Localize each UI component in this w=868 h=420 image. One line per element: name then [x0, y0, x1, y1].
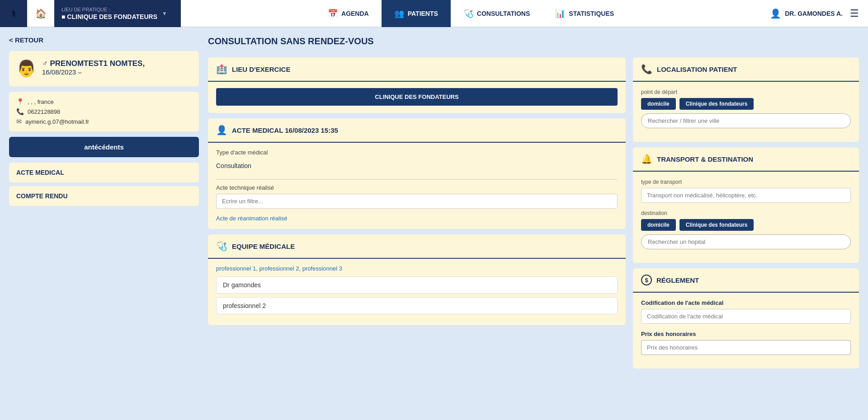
patient-name: ♂ PRENOMTEST1 NOMTES, — [42, 59, 145, 68]
main-nav: 📅 AGENDA 👥 PATIENTS 🩺 CONSULTATIONS 📊 ST… — [181, 0, 761, 27]
depart-tag-domicile[interactable]: domicile — [641, 98, 676, 110]
depart-group: point de départ domicile Clinique des fo… — [641, 88, 851, 128]
header-right: 👤 DR. GAMONDES A. ☰ — [761, 8, 868, 19]
depart-tag-clinique[interactable]: Clinique des fondateurs — [679, 98, 754, 110]
transport-type-input[interactable] — [641, 188, 851, 203]
codification-group: Codification de l'acte médical — [641, 299, 851, 324]
practice-selector[interactable]: LIEU DE PRATIQUE : ■ CLINIQUE DES FONDAT… — [54, 0, 181, 27]
transport-header: 🔔 TRANSPORT & DESTINATION — [633, 147, 859, 172]
main-layout: < RETOUR 👨 ♂ PRENOMTEST1 NOMTES, 16/08/2… — [0, 27, 868, 420]
sidebar-acte-medical[interactable]: ACTE MEDICAL — [9, 163, 199, 182]
nav-patients[interactable]: 👥 PATIENTS — [382, 0, 451, 27]
sidebar-compte-rendu[interactable]: COMPTE RENDU — [9, 186, 199, 206]
sidebar: < RETOUR 👨 ♂ PRENOMTEST1 NOMTES, 16/08/2… — [9, 36, 199, 411]
back-button[interactable]: < RETOUR — [9, 36, 199, 44]
location-icon: 📍 — [16, 98, 24, 105]
nav-agenda[interactable]: 📅 AGENDA — [315, 0, 382, 27]
antecedents-button[interactable]: antécédents — [9, 137, 199, 157]
user-info: 👤 DR. GAMONDES A. — [770, 8, 843, 19]
agenda-icon: 📅 — [328, 9, 338, 19]
honoraires-input[interactable] — [641, 340, 851, 355]
transport-icon: 🔔 — [641, 154, 652, 164]
type-acte-group: Type d'acte médical Consultation — [216, 149, 618, 173]
destination-group: destination domicile Clinique des fondat… — [641, 209, 851, 249]
practice-label: LIEU DE PRATIQUE : — [61, 7, 157, 12]
type-acte-label: Type d'acte médical — [216, 149, 618, 156]
transport-type-label: type de transport — [641, 179, 682, 185]
reglement-panel: $ RÉGLEMENT Codification de l'acte médic… — [633, 268, 859, 369]
content-area: CONSULTATION SANS RENDEZ-VOUS 🏥 LIEU D'E… — [208, 36, 859, 411]
type-acte-value: Consultation — [216, 159, 618, 173]
codification-input[interactable] — [641, 309, 851, 324]
patient-phone: 0622128898 — [28, 108, 60, 115]
localisation-panel: 📞 LOCALISATION PATIENT point de départ d… — [633, 57, 859, 142]
burger-menu-button[interactable]: ☰ — [850, 8, 859, 19]
header: ⚕ 🏠 LIEU DE PRATIQUE : ■ CLINIQUE DES FO… — [0, 0, 868, 27]
equipe-roles[interactable]: professionnel 1, professionnel 2, profes… — [216, 265, 618, 272]
equipe-header: 🩺 EQUIPE MÉDICALE — [208, 234, 626, 259]
acte-medical-title: ACTE MEDICAL 16/08/2023 15:35 — [232, 126, 338, 134]
localisation-header: 📞 LOCALISATION PATIENT — [633, 57, 859, 82]
phone-row: 📞 0622128898 — [16, 108, 192, 115]
hopital-search-input[interactable] — [641, 234, 851, 249]
lieu-exercice-panel: 🏥 LIEU D'EXERCICE CLINIQUE DES FONDATEUR… — [208, 57, 626, 113]
technique-label: Acte technique réalisé — [216, 184, 618, 191]
user-name: DR. GAMONDES A. — [785, 10, 843, 17]
honoraires-group: Prix des honoraires — [641, 330, 851, 355]
reglement-icon: $ — [641, 275, 652, 285]
contact-card: 📍 , , , france 📞 0622128898 ✉ aymeric.g.… — [9, 92, 199, 131]
reanimation-link[interactable]: Acte de réanimation réalisé — [216, 215, 618, 222]
patients-icon: 👥 — [394, 9, 404, 19]
home-button[interactable]: 🏠 — [27, 0, 54, 27]
localisation-search-input[interactable] — [641, 113, 851, 128]
lieu-exercice-icon: 🏥 — [216, 64, 227, 75]
destination-label: destination — [641, 210, 667, 216]
transport-title: TRANSPORT & DESTINATION — [657, 155, 753, 163]
page-title: CONSULTATION SANS RENDEZ-VOUS — [208, 36, 859, 47]
honoraires-label: Prix des honoraires — [641, 331, 696, 337]
nav-agenda-label: AGENDA — [341, 10, 369, 17]
center-column: 🏥 LIEU D'EXERCICE CLINIQUE DES FONDATEUR… — [208, 57, 626, 411]
gender-icon: ♂ — [42, 59, 48, 68]
chevron-down-icon: ▼ — [162, 10, 167, 17]
reglement-title: RÉGLEMENT — [656, 276, 699, 284]
equipe-title: EQUIPE MÉDICALE — [232, 243, 295, 250]
user-avatar-icon: 👤 — [770, 8, 781, 19]
home-icon: 🏠 — [35, 8, 47, 19]
patient-location: , , , france — [28, 98, 54, 105]
technique-group: Acte technique réalisé — [216, 184, 618, 209]
phone-icon: 📞 — [16, 108, 24, 115]
email-icon: ✉ — [16, 118, 22, 125]
logo-icon: ⚕ — [11, 8, 16, 19]
reglement-header: $ RÉGLEMENT — [633, 268, 859, 293]
localisation-title: LOCALISATION PATIENT — [657, 65, 737, 73]
lieu-exercice-title: LIEU D'EXERCICE — [232, 65, 290, 73]
right-column: 📞 LOCALISATION PATIENT point de départ d… — [633, 57, 859, 411]
destination-tags: domicile Clinique des fondateurs — [641, 219, 851, 231]
email-row: ✉ aymeric.g.07@hotmail.fr — [16, 118, 192, 125]
patient-avatar-icon: 👨 — [16, 59, 37, 78]
patient-email: aymeric.g.07@hotmail.fr — [25, 118, 89, 125]
content-body: 🏥 LIEU D'EXERCICE CLINIQUE DES FONDATEUR… — [208, 57, 859, 411]
destination-tag-clinique[interactable]: Clinique des fondateurs — [679, 219, 754, 231]
destination-tag-domicile[interactable]: domicile — [641, 219, 676, 231]
nav-statistiques-label: STATISTIQUES — [569, 10, 614, 17]
transport-panel: 🔔 TRANSPORT & DESTINATION type de transp… — [633, 147, 859, 263]
consultations-icon: 🩺 — [463, 9, 473, 19]
technique-input[interactable] — [216, 194, 618, 209]
patient-card: 👨 ♂ PRENOMTEST1 NOMTES, 16/08/2023 – — [9, 51, 199, 86]
localisation-icon: 📞 — [641, 64, 652, 75]
lieu-exercice-header: 🏥 LIEU D'EXERCICE — [208, 57, 626, 82]
equipe-panel: 🩺 EQUIPE MÉDICALE professionnel 1, profe… — [208, 234, 626, 325]
back-label: < RETOUR — [9, 36, 43, 44]
practice-name: ■ CLINIQUE DES FONDATEURS — [61, 13, 157, 20]
transport-type-group: type de transport — [641, 178, 851, 203]
patient-date: 16/08/2023 – — [42, 68, 145, 76]
nav-statistiques[interactable]: 📊 STATISTIQUES — [542, 0, 627, 27]
acte-medical-panel: 👤 ACTE MEDICAL 16/08/2023 15:35 Type d'a… — [208, 118, 626, 229]
app-logo: ⚕ — [0, 0, 27, 27]
codification-label: Codification de l'acte médical — [641, 299, 723, 306]
acte-medical-icon: 👤 — [216, 125, 227, 135]
clinique-button[interactable]: CLINIQUE DES FONDATEURS — [216, 88, 618, 106]
nav-consultations[interactable]: 🩺 CONSULTATIONS — [451, 0, 542, 27]
